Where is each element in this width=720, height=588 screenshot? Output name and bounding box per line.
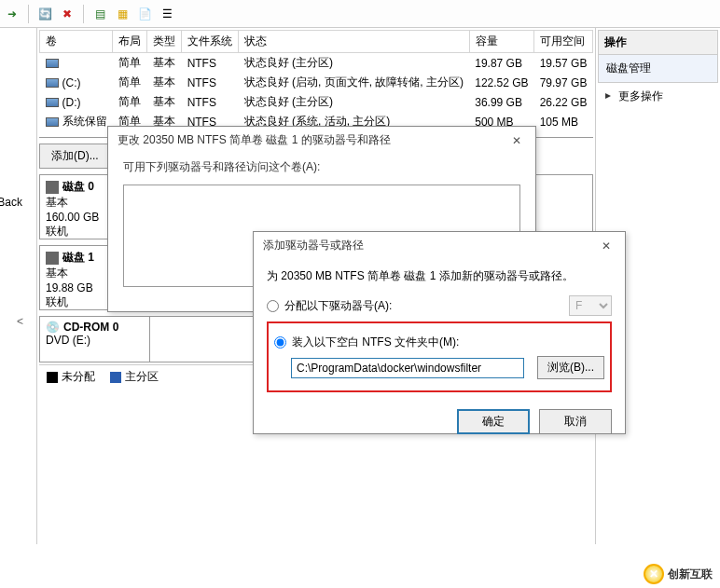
mount-folder-label: 装入以下空白 NTFS 文件夹中(M): [292, 335, 459, 350]
dialog-title: 添加驱动器号或路径 [263, 238, 364, 253]
table-row[interactable]: 简单基本NTFS状态良好 (主分区)19.87 GB19.57 GB [40, 53, 593, 74]
assign-letter-radio[interactable] [267, 300, 279, 312]
left-label: r Back [0, 196, 22, 209]
cd-icon: 💿 [46, 321, 60, 334]
refresh-icon[interactable]: 🔄 [36, 6, 53, 22]
actions-section[interactable]: 磁盘管理 [598, 55, 718, 83]
toolbar: ➜ 🔄 ✖ ▤ ▦ 📄 ☰ [0, 0, 720, 28]
list-icon[interactable]: ☰ [159, 6, 175, 22]
disk-icon [46, 252, 59, 265]
cancel-button[interactable]: 取消 [539, 409, 612, 434]
chart-icon[interactable]: ▤ [91, 6, 108, 22]
close-icon[interactable]: ✕ [507, 134, 526, 147]
actions-header: 操作 [598, 30, 718, 55]
column-header[interactable]: 类型 [147, 31, 182, 53]
table-row[interactable]: (D:)简单基本NTFS状态良好 (主分区)36.99 GB26.22 GB [40, 92, 593, 112]
legend-unallocated: 未分配 [47, 369, 95, 385]
disk-name: 磁盘 1 [62, 250, 94, 266]
left-tree: r Back < [0, 28, 37, 544]
disk-name: 磁盘 0 [62, 179, 94, 195]
new-doc-icon[interactable]: ▦ [114, 6, 131, 22]
drive-letter-select[interactable]: F [569, 295, 612, 316]
column-header[interactable]: 布局 [113, 31, 147, 53]
dialog-label: 可用下列驱动器号和路径访问这个卷(A): [108, 154, 535, 181]
folder-path-input[interactable] [291, 358, 524, 378]
arrow-right-icon[interactable]: ➜ [4, 6, 21, 22]
column-header[interactable]: 可用空间 [534, 31, 593, 53]
watermark-logo: ✕ 创新互联 [644, 564, 713, 584]
more-actions[interactable]: 更多操作 [598, 83, 718, 110]
add-drive-dialog: 添加驱动器号或路径 ✕ 为 20350 MB NTFS 简单卷 磁盘 1 添加新… [253, 231, 626, 434]
column-header[interactable]: 文件系统 [182, 31, 239, 53]
ok-button[interactable]: 确定 [457, 409, 530, 434]
table-row[interactable]: (C:)简单基本NTFS状态良好 (启动, 页面文件, 故障转储, 主分区)12… [40, 73, 593, 92]
volume-table: 卷布局类型文件系统状态容量可用空间 简单基本NTFS状态良好 (主分区)19.8… [39, 30, 593, 131]
assign-letter-label: 分配以下驱动器号(A): [284, 298, 563, 314]
delete-icon[interactable]: ✖ [59, 6, 76, 22]
dialog-message: 为 20350 MB NTFS 简单卷 磁盘 1 添加新的驱动器号或路径。 [267, 268, 612, 284]
disk-sub: DVD (E:) [46, 334, 144, 347]
chevron-left-icon[interactable]: < [17, 315, 23, 328]
column-header[interactable]: 卷 [40, 31, 113, 53]
legend-primary: 主分区 [110, 369, 159, 385]
browse-button[interactable]: 浏览(B)... [537, 356, 604, 379]
logo-text: 创新互联 [668, 567, 713, 582]
disk-name: CD-ROM 0 [63, 321, 118, 334]
logo-icon: ✕ [644, 564, 664, 584]
column-header[interactable]: 状态 [239, 31, 470, 53]
column-header[interactable]: 容量 [469, 31, 533, 53]
add-button[interactable]: 添加(D)... [39, 144, 111, 169]
close-icon[interactable]: ✕ [597, 239, 616, 253]
properties-icon[interactable]: 📄 [136, 6, 153, 22]
mount-folder-radio[interactable] [274, 336, 286, 349]
dialog-title: 更改 20350 MB NTFS 简单卷 磁盘 1 的驱动器号和路径 [118, 132, 391, 148]
disk-icon [46, 181, 59, 194]
